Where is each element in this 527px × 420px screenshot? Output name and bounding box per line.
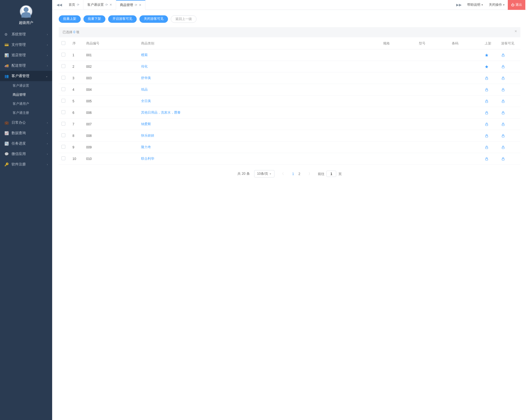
sidebar-item-label: 软件注册 — [12, 162, 26, 167]
sidebar-sub-item-2[interactable]: 客户通用户 — [0, 99, 52, 108]
cell-code: 006 — [83, 107, 138, 119]
avatar[interactable] — [19, 5, 33, 18]
sidebar-item-9[interactable]: 🔑软件注册› — [0, 159, 52, 170]
cell-category-link[interactable]: 舒华美 — [138, 72, 380, 84]
row-checkbox[interactable] — [61, 110, 65, 114]
sidebar-item-7[interactable]: 📉任务进度› — [0, 138, 52, 149]
close-icon[interactable]: ✕ — [110, 3, 112, 7]
row-checkbox[interactable] — [61, 122, 65, 126]
row-checkbox[interactable] — [61, 64, 65, 68]
cell-code: 005 — [83, 95, 138, 107]
close-icon[interactable]: ✕ — [514, 29, 517, 33]
lock-icon[interactable] — [501, 145, 518, 149]
cell-code: 010 — [83, 153, 138, 165]
help-link[interactable]: 帮助说明▼ — [464, 2, 486, 7]
tabs-scroll-right-icon[interactable]: ▶▶ — [453, 3, 464, 7]
lock-icon[interactable] — [485, 111, 496, 115]
lock-icon[interactable] — [485, 122, 496, 126]
chevron-right-icon: › — [47, 64, 48, 67]
page-1[interactable]: 1 — [290, 172, 296, 176]
briefcase-icon: 💼 — [4, 121, 9, 125]
exit-button[interactable]: ⏻退出 — [508, 0, 525, 10]
row-checkbox[interactable] — [61, 99, 65, 103]
guest-on-button[interactable]: 开启游客可见 — [108, 15, 137, 23]
row-checkbox[interactable] — [61, 145, 65, 149]
prev-page-icon[interactable]: 〈 — [279, 171, 285, 176]
close-icon[interactable]: ✕ — [139, 3, 141, 7]
star-icon[interactable] — [485, 53, 496, 57]
goto-input[interactable] — [326, 171, 336, 177]
lock-icon[interactable] — [501, 157, 518, 161]
cell-category-link[interactable]: 纸品 — [138, 84, 380, 95]
cell-category-link[interactable]: 传化 — [138, 61, 380, 72]
cell-category-link[interactable]: 隆力奇 — [138, 142, 380, 153]
close-op-link[interactable]: 关闭操作▼ — [486, 2, 508, 7]
batch-off-button[interactable]: 批量下架 — [83, 15, 105, 23]
row-checkbox[interactable] — [61, 76, 65, 80]
svg-rect-12 — [486, 136, 488, 137]
lock-icon[interactable] — [501, 88, 518, 92]
sidebar-item-2[interactable]: 📊巡店管理› — [0, 50, 52, 60]
lock-icon[interactable] — [501, 99, 518, 103]
tabs-scroll-left-icon[interactable]: ◀◀ — [54, 3, 65, 7]
sidebar-item-5[interactable]: 💼日常办公› — [0, 117, 52, 128]
svg-rect-10 — [486, 124, 488, 126]
sidebar-item-label: 支付管理 — [12, 42, 26, 47]
sidebar-sub-item-3[interactable]: 客户通注册 — [0, 108, 52, 117]
row-checkbox[interactable] — [61, 87, 65, 91]
svg-rect-2 — [486, 78, 488, 80]
row-checkbox[interactable] — [61, 53, 65, 57]
sidebar-item-label: 配送管理 — [12, 63, 26, 68]
refresh-icon[interactable]: ⟳ — [105, 3, 108, 7]
lock-icon[interactable] — [501, 111, 518, 115]
lock-icon[interactable] — [485, 76, 496, 80]
refresh-icon[interactable]: ⟳ — [77, 3, 79, 7]
tab-2[interactable]: 商品管理⟳✕ — [116, 0, 145, 10]
lock-icon[interactable] — [501, 122, 518, 126]
sidebar-item-0[interactable]: ⚙系统管理› — [0, 29, 52, 40]
back-up-button[interactable]: 返回上一级 — [171, 15, 197, 23]
next-page-icon[interactable]: 〉 — [307, 171, 313, 176]
row-checkbox[interactable] — [61, 133, 65, 137]
sidebar-item-4[interactable]: 👥客户通管理⌄ — [0, 71, 52, 81]
col-seq: 序 — [70, 38, 83, 49]
lock-icon[interactable] — [485, 134, 496, 138]
lock-icon[interactable] — [485, 157, 496, 161]
lock-icon[interactable] — [501, 53, 518, 57]
sidebar-item-1[interactable]: 💳支付管理› — [0, 40, 52, 50]
batch-on-button[interactable]: 批量上架 — [59, 15, 81, 23]
lock-icon[interactable] — [485, 145, 496, 149]
page-2[interactable]: 2 — [296, 172, 302, 176]
cell-code: 007 — [83, 119, 138, 130]
refresh-icon[interactable]: ⟳ — [135, 3, 137, 7]
page-size-select[interactable]: 10条/页 ▼ — [254, 170, 275, 177]
cell-category-link[interactable]: 纳爱斯 — [138, 119, 380, 130]
cell-category-link[interactable]: 全日美 — [138, 95, 380, 107]
sidebar-sub-item-1[interactable]: 商品管理 — [0, 90, 52, 99]
star-icon[interactable] — [485, 65, 496, 69]
row-checkbox[interactable] — [61, 156, 65, 160]
cell-category-link[interactable]: 其他日用品，洗发水，唇膏 — [138, 107, 380, 119]
lock-icon[interactable] — [485, 88, 496, 92]
tab-label: 商品管理 — [120, 3, 133, 7]
cell-category-link[interactable]: 榄菊 — [138, 49, 380, 61]
wechat-icon: 💬 — [4, 152, 9, 156]
lock-icon[interactable] — [485, 99, 496, 103]
lock-icon[interactable] — [501, 76, 518, 80]
sidebar-item-6[interactable]: 📈数据查询› — [0, 128, 52, 138]
sidebar-sub-item-0[interactable]: 客户通设置 — [0, 81, 52, 90]
sidebar-item-8[interactable]: 💬微信应用› — [0, 149, 52, 159]
svg-rect-6 — [486, 101, 488, 103]
cell-category-link[interactable]: 快乐娃娃 — [138, 130, 380, 142]
guest-off-button[interactable]: 关闭游客可见 — [139, 15, 168, 23]
table-row: 3003舒华美 — [59, 72, 520, 84]
svg-rect-7 — [502, 101, 504, 103]
select-all-checkbox[interactable] — [61, 41, 65, 45]
sidebar-item-3[interactable]: 🚚配送管理› — [0, 60, 52, 71]
cell-category-link[interactable]: 联合利华 — [138, 153, 380, 165]
lock-icon[interactable] — [501, 65, 518, 69]
tab-0[interactable]: 首页⟳ — [65, 0, 83, 10]
power-icon: ⏻ — [511, 3, 514, 7]
lock-icon[interactable] — [501, 134, 518, 138]
tab-1[interactable]: 客户通设置⟳✕ — [83, 0, 116, 10]
